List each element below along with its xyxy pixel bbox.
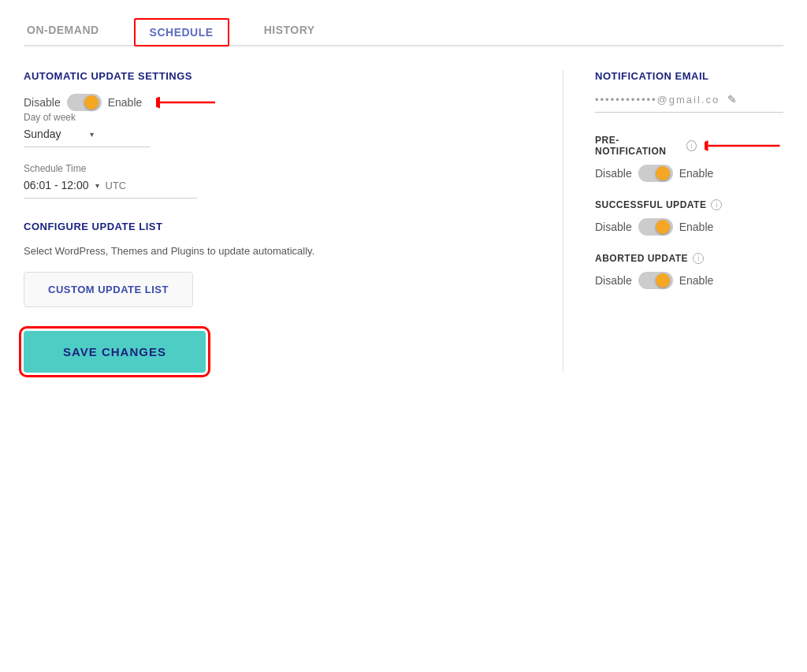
successful-update-toggle-row: Disable Enable	[595, 218, 783, 236]
tab-history[interactable]: HISTORY	[261, 16, 318, 46]
aborted-update-enable-label: Enable	[679, 274, 714, 287]
schedule-time-section: Schedule Time 06:01 - 12:00 ▾ UTC	[24, 163, 515, 199]
pre-notification-toggle-row: Disable Enable	[595, 165, 783, 182]
pre-notification-toggle[interactable]	[638, 165, 673, 182]
day-of-week-select[interactable]: Sunday Monday Tuesday Wednesday Thursday…	[24, 128, 85, 140]
successful-update-title: SUCCESSFUL UPDATE	[595, 199, 706, 210]
automatic-update-title: AUTOMATIC UPDATE SETTINGS	[24, 70, 515, 82]
main-layout: AUTOMATIC UPDATE SETTINGS Disable Enable	[24, 70, 783, 373]
email-row: ••••••••••••@gmail.co ✎	[595, 93, 783, 113]
aborted-update-info-icon[interactable]: i	[693, 253, 704, 264]
schedule-time-wrapper: 06:01 - 12:00 ▾ UTC	[24, 179, 197, 199]
toggle-thumb	[84, 95, 99, 110]
aborted-update-title: ABORTED UPDATE	[595, 253, 688, 264]
red-arrow-annotation-1	[156, 93, 219, 112]
successful-update-enable-label: Enable	[679, 221, 714, 233]
schedule-time-timezone: UTC	[106, 180, 127, 191]
pre-notification-disable-label: Disable	[595, 167, 632, 180]
custom-update-list-button[interactable]: CUSTOM UPDATE LIST	[24, 272, 193, 307]
tabs-bar: ON-DEMAND SCHEDULE HISTORY	[24, 16, 783, 46]
successful-update-title-row: SUCCESSFUL UPDATE i	[595, 199, 783, 210]
configure-update-section: CONFIGURE UPDATE LIST Select WordPress, …	[24, 221, 515, 307]
toggle-thumb-pre	[656, 166, 670, 180]
pre-notification-title-row: PRE-NOTIFICATION i	[595, 135, 783, 157]
aborted-update-disable-label: Disable	[595, 274, 632, 287]
auto-update-toggle-row: Disable Enable	[24, 93, 515, 112]
pre-notification-title: PRE-NOTIFICATION	[595, 135, 682, 157]
aborted-update-toggle[interactable]	[638, 272, 673, 289]
successful-update-section: SUCCESSFUL UPDATE i Disable Enable	[595, 199, 783, 236]
successful-update-info-icon[interactable]: i	[711, 199, 722, 210]
email-value: ••••••••••••@gmail.co	[595, 94, 720, 106]
right-column: NOTIFICATION EMAIL ••••••••••••@gmail.co…	[563, 70, 783, 373]
toggle-thumb-success	[656, 220, 670, 234]
notification-email-title: NOTIFICATION EMAIL	[595, 70, 783, 82]
auto-update-enable-label: Enable	[108, 96, 143, 109]
day-of-week-section: Day of week Sunday Monday Tuesday Wednes…	[24, 112, 515, 147]
pre-notification-enable-label: Enable	[679, 167, 714, 180]
tab-on-demand[interactable]: ON-DEMAND	[24, 16, 102, 46]
configure-update-description: Select WordPress, Themes and Plugins to …	[24, 243, 515, 259]
schedule-time-chevron-icon[interactable]: ▾	[95, 181, 99, 190]
day-of-week-chevron-icon: ▾	[90, 130, 94, 139]
schedule-time-value: 06:01 - 12:00	[24, 179, 89, 191]
pre-notification-section: PRE-NOTIFICATION i Disable	[595, 135, 783, 182]
day-of-week-select-wrapper: Sunday Monday Tuesday Wednesday Thursday…	[24, 128, 150, 147]
automatic-update-section: AUTOMATIC UPDATE SETTINGS Disable Enable	[24, 70, 515, 112]
toggle-thumb-aborted	[656, 273, 670, 288]
aborted-update-toggle-row: Disable Enable	[595, 272, 783, 289]
notification-email-section: NOTIFICATION EMAIL ••••••••••••@gmail.co…	[595, 70, 783, 113]
red-arrow-annotation-2	[705, 136, 783, 155]
edit-email-icon[interactable]: ✎	[727, 93, 737, 106]
schedule-time-label: Schedule Time	[24, 163, 515, 174]
successful-update-disable-label: Disable	[595, 221, 632, 233]
tab-schedule[interactable]: SCHEDULE	[134, 18, 229, 46]
auto-update-toggle[interactable]	[67, 94, 102, 111]
successful-update-toggle[interactable]	[638, 218, 673, 236]
configure-update-title: CONFIGURE UPDATE LIST	[24, 221, 515, 232]
left-column: AUTOMATIC UPDATE SETTINGS Disable Enable	[24, 70, 515, 373]
pre-notification-info-icon[interactable]: i	[686, 140, 697, 151]
aborted-update-title-row: ABORTED UPDATE i	[595, 253, 783, 264]
aborted-update-section: ABORTED UPDATE i Disable Enable	[595, 253, 783, 289]
save-changes-button[interactable]: SAVE CHANGES	[24, 331, 206, 373]
day-of-week-label: Day of week	[24, 112, 515, 123]
auto-update-disable-label: Disable	[24, 96, 61, 109]
save-button-wrapper: SAVE CHANGES	[24, 331, 515, 373]
